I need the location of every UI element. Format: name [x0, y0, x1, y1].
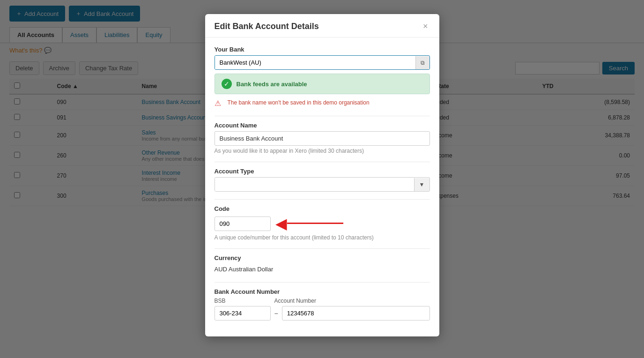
- warning-text: The bank name won't be saved in this dem…: [228, 99, 370, 107]
- bank-feeds-banner: ✓ Bank feeds are available: [215, 74, 430, 94]
- account-type-select[interactable]: Bank Account Credit Card PayPal: [215, 178, 414, 191]
- bank-feeds-text: Bank feeds are available: [237, 81, 307, 88]
- modal-header: Edit Bank Account Details ×: [205, 14, 439, 37]
- bank-account-number-group: Bank Account Number BSB Account Number −: [215, 288, 430, 321]
- account-name-label: Account Name: [215, 122, 430, 129]
- code-input[interactable]: [215, 216, 271, 231]
- account-name-input[interactable]: [215, 131, 430, 146]
- code-label: Code: [215, 205, 430, 212]
- account-type-select-row: Bank Account Credit Card PayPal ▼: [215, 177, 430, 192]
- modal-overlay: Edit Bank Account Details × Your Bank ⧉ …: [0, 0, 644, 358]
- modal-body: Your Bank ⧉ ✓ Bank feeds are available ⚠…: [205, 37, 439, 336]
- bsb-input[interactable]: [215, 306, 271, 321]
- currency-group: Currency AUD Australian Dollar: [215, 254, 430, 275]
- your-bank-input[interactable]: [215, 56, 415, 69]
- account-name-group: Account Name As you would like it to app…: [215, 122, 430, 154]
- currency-value: AUD Australian Dollar: [215, 264, 430, 275]
- account-name-hint: As you would like it to appear in Xero (…: [215, 148, 430, 154]
- warning-icon: ⚠: [215, 99, 224, 108]
- bsb-account-labels: BSB Account Number: [215, 298, 430, 304]
- checkmark-icon: ✓: [222, 79, 232, 89]
- warning-row: ⚠ The bank name won't be saved in this d…: [215, 99, 430, 108]
- select-arrow-icon: ▼: [414, 178, 429, 191]
- edit-bank-account-modal: Edit Bank Account Details × Your Bank ⧉ …: [205, 14, 439, 336]
- account-type-label: Account Type: [215, 168, 430, 175]
- code-hint: A unique code/number for this account (l…: [215, 234, 430, 241]
- code-input-container: ◀: [215, 215, 430, 232]
- arrow-indicator: ◀: [275, 215, 343, 232]
- account-number-input[interactable]: [282, 306, 430, 321]
- modal-close-button[interactable]: ×: [421, 22, 430, 31]
- your-bank-label: Your Bank: [215, 46, 430, 53]
- account-number-label: Account Number: [274, 298, 430, 304]
- account-type-group: Account Type Bank Account Credit Card Pa…: [215, 168, 430, 192]
- red-arrow-icon: ◀: [275, 215, 287, 232]
- modal-title: Edit Bank Account Details: [215, 22, 319, 31]
- bsb-label: BSB: [215, 298, 271, 304]
- bsb-account-row: −: [215, 306, 430, 321]
- bank-account-number-label: Bank Account Number: [215, 288, 430, 295]
- code-group: Code ◀ A unique code/number for this acc…: [215, 205, 430, 241]
- your-bank-group: Your Bank ⧉ ✓ Bank feeds are available ⚠…: [215, 46, 430, 108]
- your-bank-input-row: ⧉: [215, 55, 430, 70]
- currency-label: Currency: [215, 254, 430, 261]
- dash-separator: −: [274, 310, 278, 317]
- copy-bank-button[interactable]: ⧉: [415, 56, 429, 69]
